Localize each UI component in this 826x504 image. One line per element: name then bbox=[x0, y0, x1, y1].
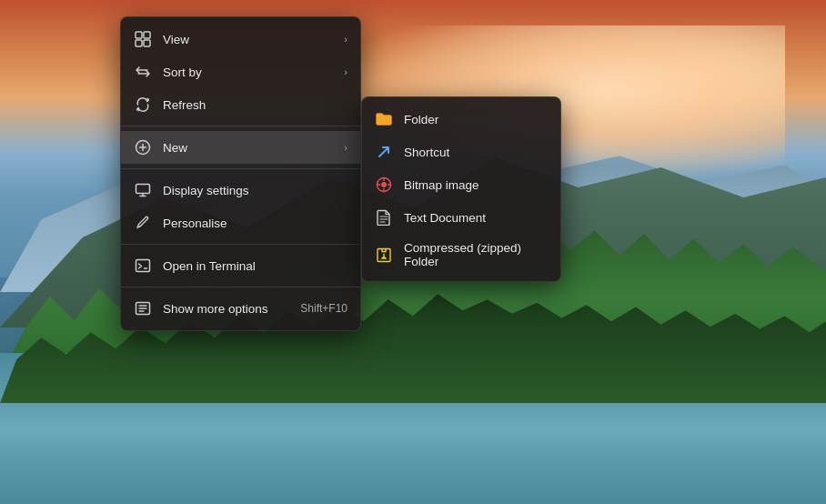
submenu-item-folder[interactable]: Folder bbox=[362, 103, 560, 136]
display-icon bbox=[134, 181, 152, 199]
personalise-label: Personalise bbox=[163, 217, 348, 230]
view-icon bbox=[134, 30, 152, 48]
zipfolder-label: Compressed (zipped) Folder bbox=[404, 241, 548, 268]
menu-item-refresh[interactable]: Refresh bbox=[121, 88, 360, 121]
submenu-item-shortcut[interactable]: Shortcut bbox=[362, 136, 560, 168]
moreoptions-shortcut: Shift+F10 bbox=[300, 302, 348, 315]
submenu-new: FolderShortcutBitmap imageText DocumentC… bbox=[361, 96, 561, 282]
menu-item-terminal[interactable]: Open in Terminal bbox=[121, 249, 360, 282]
personalise-icon bbox=[134, 214, 152, 232]
sortby-arrow-icon: › bbox=[344, 66, 348, 77]
new-label: New bbox=[163, 141, 333, 155]
svg-rect-3 bbox=[144, 40, 150, 46]
menu-item-moreoptions[interactable]: Show more optionsShift+F10 bbox=[121, 292, 360, 325]
sortby-label: Sort by bbox=[163, 66, 333, 79]
context-menu: View›Sort by›RefreshNew›Display settings… bbox=[120, 16, 361, 331]
refresh-label: Refresh bbox=[163, 98, 348, 112]
new-arrow-icon: › bbox=[344, 142, 348, 153]
menu-divider bbox=[121, 168, 360, 169]
bitmap-label: Bitmap image bbox=[404, 178, 548, 192]
menu-item-new[interactable]: New› bbox=[121, 131, 360, 164]
svg-rect-6 bbox=[136, 260, 150, 272]
moreoptions-icon bbox=[134, 299, 152, 318]
refresh-icon bbox=[134, 96, 152, 114]
folder-label: Folder bbox=[404, 113, 548, 126]
submenu-item-zipfolder[interactable]: Compressed (zipped) Folder bbox=[362, 234, 560, 276]
view-label: View bbox=[163, 33, 333, 46]
svg-rect-2 bbox=[136, 40, 142, 46]
menu-item-sortby[interactable]: Sort by› bbox=[121, 55, 360, 88]
menu-item-personalise[interactable]: Personalise bbox=[121, 207, 360, 239]
svg-rect-0 bbox=[136, 32, 142, 38]
shortcut-label: Shortcut bbox=[404, 146, 548, 159]
terminal-icon bbox=[134, 257, 152, 275]
terminal-label: Open in Terminal bbox=[163, 259, 348, 273]
textdoc-icon bbox=[375, 208, 393, 227]
folder-icon bbox=[375, 110, 393, 128]
bitmap-icon bbox=[375, 176, 393, 194]
zipfolder-icon bbox=[375, 246, 393, 264]
menu-divider bbox=[121, 126, 360, 126]
sortby-icon bbox=[134, 63, 152, 81]
shortcut-icon bbox=[375, 143, 393, 161]
submenu-item-bitmap[interactable]: Bitmap image bbox=[362, 168, 560, 201]
menu-divider bbox=[121, 287, 360, 287]
menu-item-view[interactable]: View› bbox=[121, 23, 360, 55]
moreoptions-label: Show more options bbox=[163, 302, 289, 316]
svg-rect-5 bbox=[136, 185, 150, 194]
display-label: Display settings bbox=[163, 184, 348, 197]
textdoc-label: Text Document bbox=[404, 211, 548, 225]
submenu-item-textdoc[interactable]: Text Document bbox=[362, 201, 560, 234]
new-icon bbox=[134, 138, 152, 156]
menu-divider bbox=[121, 244, 360, 245]
view-arrow-icon: › bbox=[344, 34, 348, 45]
menu-item-display[interactable]: Display settings bbox=[121, 174, 360, 207]
svg-point-9 bbox=[381, 182, 387, 187]
svg-rect-1 bbox=[144, 32, 150, 38]
